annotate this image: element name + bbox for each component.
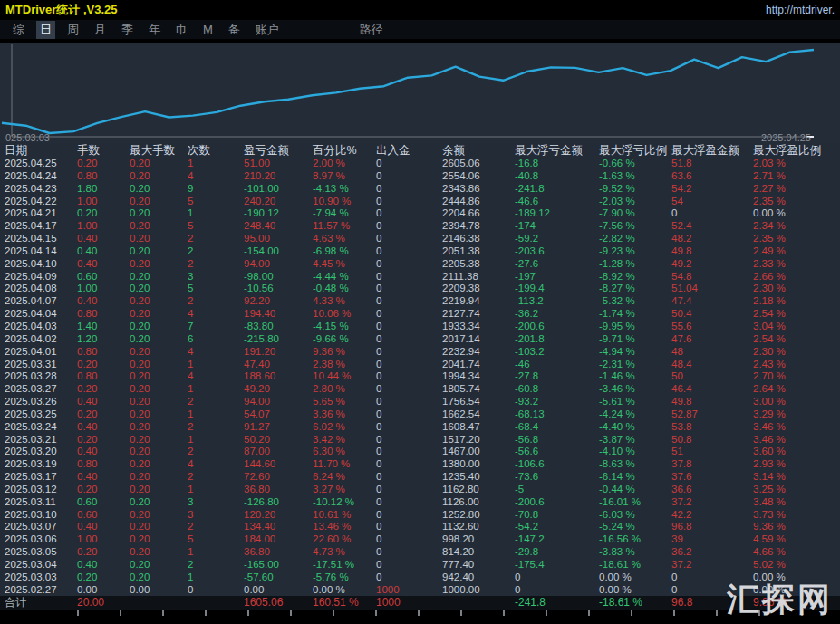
cell-8: -113.2	[515, 295, 599, 308]
table-row[interactable]: 2025.04.100.400.20294.004.45 %02205.38-2…	[0, 258, 840, 271]
cell-9: -4.94 %	[599, 346, 671, 359]
total-cell-5: 160.51 %	[313, 596, 376, 610]
table-row[interactable]: 2025.03.260.400.20294.005.65 %01756.54-9…	[0, 396, 840, 408]
menu-item-综[interactable]: 综	[9, 21, 28, 39]
cell-11: 2.03 %	[753, 158, 839, 170]
table-row[interactable]: 2025.03.030.200.201-57.60-5.76 %0942.400…	[0, 571, 840, 584]
menu-item-path[interactable]: 路径	[356, 21, 387, 39]
cell-3: 6	[188, 333, 244, 346]
table-row[interactable]: 2025.03.061.000.205184.0022.60 %0998.20-…	[0, 533, 840, 546]
table-row[interactable]: 2025.04.040.800.204194.4010.06 %02127.74…	[0, 308, 840, 321]
cell-2: 0.20	[130, 546, 188, 559]
cell-8: -106.6	[515, 458, 599, 471]
table-row[interactable]: 2025.03.270.200.20149.202.80 %01805.74-6…	[0, 383, 840, 396]
table-row[interactable]: 2025.04.240.800.204210.208.97 %02554.06-…	[0, 170, 840, 183]
cell-10: 36.6	[671, 484, 753, 496]
cell-0: 2025.04.10	[5, 258, 77, 271]
cell-11: 2.34 %	[753, 220, 839, 233]
cell-9: -7.56 %	[599, 220, 671, 233]
cell-7: 2219.94	[442, 295, 515, 308]
menu-item-M[interactable]: M	[199, 22, 217, 37]
cell-0: 2025.02.27	[5, 584, 77, 597]
column-header-8: 最大浮亏金额	[515, 143, 599, 158]
table-row[interactable]: 2025.03.170.400.20272.606.24 %01235.40-7…	[0, 471, 840, 484]
table-row[interactable]: 2025.04.021.200.206-215.80-9.66 %02017.1…	[0, 333, 840, 346]
table-row[interactable]: 2025.03.100.600.203120.2010.61 %01252.80…	[0, 509, 840, 522]
table-row[interactable]: 2025.03.250.200.20154.073.36 %01662.54-6…	[0, 408, 840, 421]
table-row[interactable]: 2025.03.190.800.204144.6011.70 %01380.00…	[0, 458, 840, 471]
cell-2: 0.20	[130, 383, 188, 396]
table-row[interactable]: 2025.03.070.400.202134.4013.46 %01132.60…	[0, 521, 840, 533]
cell-9: -1.28 %	[599, 258, 671, 271]
cell-7: 2146.38	[442, 233, 515, 245]
cell-4: -10.56	[244, 283, 313, 295]
menu-item-年[interactable]: 年	[145, 21, 164, 39]
table-row[interactable]: 2025.04.210.200.201-190.12-7.94 %02204.6…	[0, 207, 840, 220]
table-row[interactable]: 2025.04.081.000.205-10.56-0.48 %02209.38…	[0, 283, 840, 295]
cell-1: 0.20	[77, 207, 130, 220]
menu-item-账户[interactable]: 账户	[252, 21, 283, 39]
menu-item-季[interactable]: 季	[118, 21, 137, 39]
menu-item-日[interactable]: 日	[36, 21, 55, 39]
table-row[interactable]: 2025.04.010.800.204191.209.36 %02232.94-…	[0, 346, 840, 359]
menu-item-月[interactable]: 月	[91, 21, 110, 39]
cell-1: 0.40	[77, 559, 130, 571]
cell-2: 0.20	[130, 396, 188, 408]
cell-9: -2.82 %	[599, 233, 671, 245]
table-row[interactable]: 2025.03.310.200.20147.402.38 %02041.74-4…	[0, 359, 840, 371]
table-row[interactable]: 2025.04.171.000.205248.4011.57 %02394.78…	[0, 220, 840, 233]
cell-5: 3.36 %	[313, 408, 376, 421]
table-row[interactable]: 2025.04.221.000.205240.2010.90 %02444.86…	[0, 196, 840, 208]
cell-1: 0.80	[77, 170, 130, 183]
cell-11: 3.46 %	[753, 421, 839, 434]
cell-2: 0.20	[130, 346, 188, 359]
table-row[interactable]: 2025.04.070.400.20292.204.33 %02219.94-1…	[0, 295, 840, 308]
cell-0: 2025.03.21	[5, 434, 77, 446]
menu-item-备[interactable]: 备	[225, 21, 244, 39]
cell-11: 3.48 %	[753, 496, 839, 509]
total-cell-4: 1605.06	[244, 596, 313, 610]
table-row[interactable]: 2025.04.231.800.209-101.00-4.13 %02343.8…	[0, 183, 840, 196]
cell-2: 0.20	[130, 295, 188, 308]
cell-11: 9.36 %	[753, 521, 839, 533]
total-cell-2	[130, 596, 188, 610]
table-row[interactable]: 2025.03.200.400.20287.006.30 %01467.00-5…	[0, 446, 840, 458]
table-row[interactable]: 2025.03.120.200.20136.803.27 %01162.80-5…	[0, 484, 840, 496]
table-row[interactable]: 2025.03.240.400.20291.276.02 %01608.47-6…	[0, 421, 840, 434]
cell-5: 10.90 %	[313, 196, 376, 208]
cell-10: 48	[671, 346, 753, 359]
table-row[interactable]: 2025.03.110.600.203-126.80-10.12 %01126.…	[0, 496, 840, 509]
table-row[interactable]: 2025.03.050.200.20136.804.73 %0814.20-29…	[0, 546, 840, 559]
app-url-link[interactable]: http://mtdriver.	[766, 4, 835, 16]
cell-9: -0.66 %	[599, 158, 671, 170]
table-row[interactable]: 2025.04.031.400.207-83.80-4.15 %01933.34…	[0, 321, 840, 333]
cell-0: 2025.03.12	[5, 484, 77, 496]
cell-3: 1	[188, 359, 244, 371]
cell-5: 9.36 %	[313, 346, 376, 359]
table-row[interactable]: 2025.04.140.400.202-154.00-6.98 %02051.3…	[0, 245, 840, 258]
table-row[interactable]: 2025.02.270.000.0000.000.00 %10001000.00…	[0, 584, 840, 597]
cell-9: -1.74 %	[599, 308, 671, 321]
cell-6: 0	[376, 559, 442, 571]
cell-2: 0.20	[130, 308, 188, 321]
table-row[interactable]: 2025.03.210.200.20150.203.42 %01517.20-5…	[0, 434, 840, 446]
cell-6: 0	[376, 546, 442, 559]
cell-11: 2.35 %	[753, 233, 839, 245]
cell-3: 1	[188, 484, 244, 496]
menu-item-巾[interactable]: 巾	[172, 21, 191, 39]
cell-8: -70.8	[515, 509, 599, 522]
cell-3: 1	[188, 546, 244, 559]
cell-6: 0	[376, 408, 442, 421]
cell-6: 0	[376, 158, 442, 170]
cell-0: 2025.04.03	[5, 321, 77, 333]
table-row[interactable]: 2025.04.250.200.20151.002.00 %02605.06-1…	[0, 158, 840, 170]
cell-5: 5.65 %	[313, 396, 376, 408]
table-row[interactable]: 2025.04.150.400.20295.004.63 %02146.38-5…	[0, 233, 840, 245]
cell-11: 2.64 %	[753, 383, 839, 396]
table-row[interactable]: 2025.04.090.600.203-98.00-4.44 %02111.38…	[0, 271, 840, 283]
cell-3: 0	[188, 584, 244, 597]
cell-6: 0	[376, 509, 442, 522]
menu-item-周[interactable]: 周	[63, 21, 82, 39]
table-row[interactable]: 2025.03.280.800.204188.6010.44 %01994.34…	[0, 370, 840, 383]
table-row[interactable]: 2025.03.040.400.202-165.00-17.51 %0777.4…	[0, 559, 840, 571]
